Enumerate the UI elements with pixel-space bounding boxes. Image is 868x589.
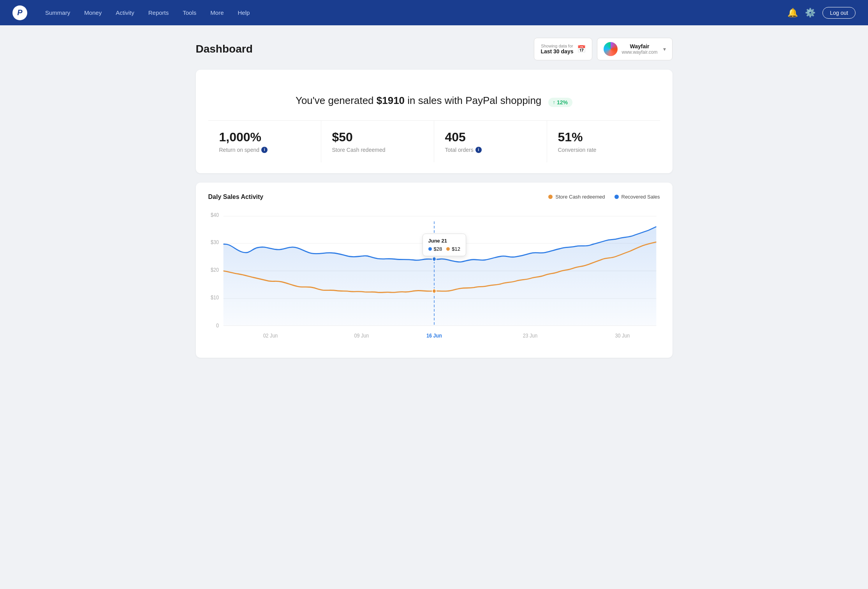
main-content: Dashboard Showing data for Last 30 days …	[177, 25, 691, 380]
nav-money[interactable]: Money	[79, 6, 107, 19]
chart-legend: Store Cash redeemed Recovered Sales	[548, 194, 660, 200]
merchant-name: Wayfair	[622, 43, 657, 49]
nav-more[interactable]: More	[205, 6, 229, 19]
stat-label-1: Store Cash redeemed	[332, 147, 423, 153]
page-title: Dashboard	[196, 43, 253, 55]
chart-svg: $40 $30 $20 $10 0	[208, 208, 660, 348]
merchant-selector-button[interactable]: Wayfair www.wayfair.com ▾	[597, 38, 672, 60]
stats-row: 1,000% Return on spend i $50 Store Cash …	[208, 120, 660, 162]
orange-tooltip-dot	[432, 289, 436, 293]
x-label-09jun: 09 Jun	[354, 332, 369, 339]
y-label-20: $20	[211, 267, 219, 273]
growth-badge: ↑ 12%	[548, 98, 573, 107]
growth-value: 12%	[557, 99, 568, 105]
date-picker-button[interactable]: Showing data for Last 30 days 📅	[534, 38, 592, 60]
x-label-23jun: 23 Jun	[523, 332, 537, 339]
date-picker-label: Showing data for	[541, 44, 573, 48]
nav-summary[interactable]: Summary	[40, 6, 76, 19]
stat-value-0: 1,000%	[219, 130, 310, 144]
hero-section: You've generated $1910 in sales with Pay…	[208, 81, 660, 120]
y-label-0: 0	[216, 322, 219, 329]
y-label-40: $40	[211, 212, 219, 218]
nav-tools[interactable]: Tools	[177, 6, 202, 19]
stat-label-3: Conversion rate	[558, 147, 649, 153]
notifications-button[interactable]: 🔔	[787, 8, 798, 18]
hero-text: You've generated $1910 in sales with Pay…	[221, 95, 648, 107]
stat-value-3: 51%	[558, 130, 649, 144]
y-label-10: $10	[211, 294, 219, 301]
calendar-icon: 📅	[577, 45, 586, 53]
x-label-16jun: 16 Jun	[426, 332, 442, 339]
page-header: Dashboard Showing data for Last 30 days …	[196, 38, 673, 60]
stat-item-1: $50 Store Cash redeemed	[321, 121, 434, 162]
paypal-logo: P	[12, 5, 27, 20]
nav-links: Summary Money Activity Reports Tools Mor…	[40, 6, 787, 19]
logout-button[interactable]: Log out	[822, 7, 856, 19]
summary-card: You've generated $1910 in sales with Pay…	[196, 70, 673, 173]
y-label-30: $30	[211, 239, 219, 245]
hero-amount: $1910	[377, 95, 405, 106]
merchant-url: www.wayfair.com	[622, 49, 657, 55]
stat-label-2: Total orders i	[445, 147, 536, 153]
chart-card: Daly Sales Activity Store Cash redeemed …	[196, 183, 673, 358]
stat-item-0: 1,000% Return on spend i	[208, 121, 321, 162]
info-icon-2[interactable]: i	[475, 147, 482, 153]
chevron-down-icon: ▾	[663, 46, 666, 52]
stat-value-1: $50	[332, 130, 423, 144]
chart-header: Daly Sales Activity Store Cash redeemed …	[208, 193, 660, 200]
navbar: P Summary Money Activity Reports Tools M…	[0, 0, 868, 25]
stat-item-2: 405 Total orders i	[434, 121, 547, 162]
nav-help[interactable]: Help	[232, 6, 255, 19]
blue-area	[223, 227, 656, 325]
stat-item-3: 51% Conversion rate	[547, 121, 660, 162]
nav-reports[interactable]: Reports	[143, 6, 174, 19]
chart-title: Daly Sales Activity	[208, 193, 264, 200]
nav-right: 🔔 ⚙️ Log out	[787, 7, 856, 19]
arrow-up-icon: ↑	[553, 99, 556, 105]
legend-store-cash-label: Store Cash redeemed	[555, 194, 605, 200]
stat-label-0: Return on spend i	[219, 147, 310, 153]
info-icon-0[interactable]: i	[261, 147, 268, 153]
x-label-30jun: 30 Jun	[615, 332, 630, 339]
header-controls: Showing data for Last 30 days 📅 Wayfair …	[534, 38, 672, 60]
date-picker-value: Last 30 days	[541, 48, 573, 55]
legend-dot-orange	[548, 195, 553, 199]
merchant-logo	[604, 42, 618, 56]
legend-recovered-sales-label: Recovered Sales	[622, 194, 660, 200]
legend-store-cash: Store Cash redeemed	[548, 194, 605, 200]
legend-dot-blue	[614, 195, 619, 199]
blue-tooltip-dot	[432, 257, 436, 261]
x-label-02jun: 02 Jun	[263, 332, 278, 339]
chart-wrapper: June 21 $28 $12 $40 $30 $	[208, 208, 660, 350]
nav-activity[interactable]: Activity	[110, 6, 140, 19]
stat-value-2: 405	[445, 130, 536, 144]
legend-recovered-sales: Recovered Sales	[614, 194, 660, 200]
settings-button[interactable]: ⚙️	[805, 8, 815, 18]
